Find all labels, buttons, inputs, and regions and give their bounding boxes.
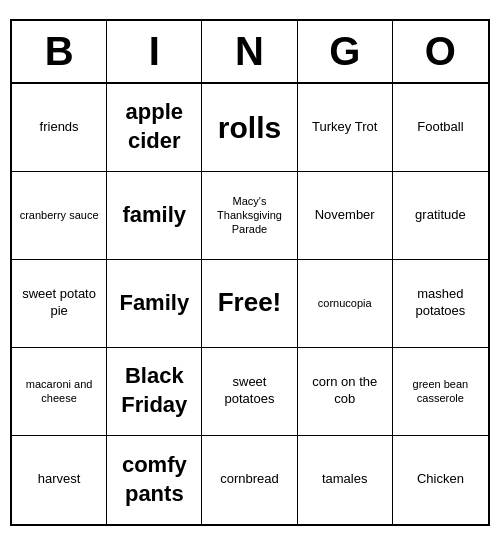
bingo-cell: November: [298, 172, 393, 260]
bingo-cell: Turkey Trot: [298, 84, 393, 172]
bingo-cell: green bean casserole: [393, 348, 488, 436]
bingo-cell: apple cider: [107, 84, 202, 172]
bingo-cell: Football: [393, 84, 488, 172]
header-letter: N: [202, 21, 297, 82]
bingo-cell: Family: [107, 260, 202, 348]
bingo-cell: sweet potato pie: [12, 260, 107, 348]
bingo-cell: corn on the cob: [298, 348, 393, 436]
bingo-card: BINGO friendsapple ciderrollsTurkey Trot…: [10, 19, 490, 526]
bingo-cell: cornbread: [202, 436, 297, 524]
bingo-cell: Free!: [202, 260, 297, 348]
bingo-cell: sweet potatoes: [202, 348, 297, 436]
bingo-cell: gratitude: [393, 172, 488, 260]
bingo-cell: Macy's Thanksgiving Parade: [202, 172, 297, 260]
header-letter: B: [12, 21, 107, 82]
header-letter: I: [107, 21, 202, 82]
bingo-grid: friendsapple ciderrollsTurkey TrotFootba…: [12, 84, 488, 524]
bingo-cell: family: [107, 172, 202, 260]
bingo-cell: friends: [12, 84, 107, 172]
header-letter: G: [298, 21, 393, 82]
bingo-cell: rolls: [202, 84, 297, 172]
bingo-header: BINGO: [12, 21, 488, 84]
bingo-cell: tamales: [298, 436, 393, 524]
bingo-cell: Black Friday: [107, 348, 202, 436]
bingo-cell: cranberry sauce: [12, 172, 107, 260]
bingo-cell: comfy pants: [107, 436, 202, 524]
bingo-cell: macaroni and cheese: [12, 348, 107, 436]
bingo-cell: cornucopia: [298, 260, 393, 348]
header-letter: O: [393, 21, 488, 82]
bingo-cell: harvest: [12, 436, 107, 524]
bingo-cell: Chicken: [393, 436, 488, 524]
bingo-cell: mashed potatoes: [393, 260, 488, 348]
